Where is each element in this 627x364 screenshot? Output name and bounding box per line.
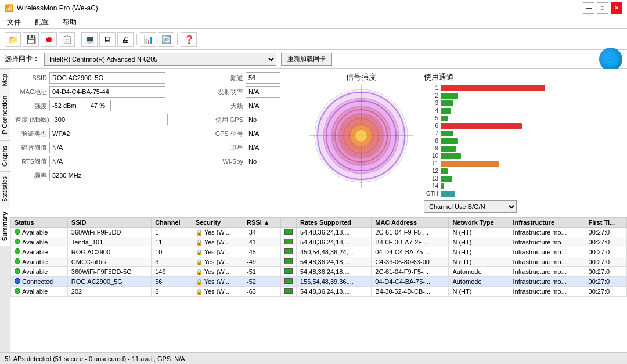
nic-selector[interactable]: Intel(R) Centrino(R) Advanced-N 6205	[44, 53, 276, 66]
th-rssi[interactable]: RSSI ▲	[243, 218, 281, 228]
menu-config[interactable]: 配置	[33, 16, 51, 28]
tab-ip-connection[interactable]: IP Connection	[0, 91, 10, 140]
tab-graphs[interactable]: Graphs	[0, 140, 10, 171]
strength-label: 强度	[15, 102, 47, 110]
table-row[interactable]: Available ROG AC2900 10 🔒 Yes (W... -45 …	[11, 247, 627, 257]
th-ssid[interactable]: SSID	[67, 218, 151, 228]
ch-row-2: 2	[424, 92, 622, 99]
tab-summary[interactable]: Summary	[0, 207, 10, 246]
td-rates: 54,48,36,24,18,...	[297, 257, 372, 267]
reload-nic-button[interactable]: 重新加载网卡	[281, 53, 332, 66]
tb-print[interactable]: 🖨	[117, 32, 134, 47]
table-row[interactable]: Connected ROG AC2900_5G 56 🔒 Yes (W... -…	[11, 277, 627, 287]
tb-monitor[interactable]: 🖥	[99, 32, 116, 47]
td-status: Connected	[11, 277, 68, 287]
tab-map[interactable]: Map	[0, 69, 10, 91]
td-ssid: 202	[67, 287, 151, 297]
txpower-row: 发射功率 N/A	[206, 86, 298, 98]
td-nettype: N (HT)	[449, 247, 509, 257]
menu-file[interactable]: 文件	[5, 16, 23, 28]
tb-computer[interactable]: 💻	[81, 32, 98, 47]
strength-dbm: -52 dBm	[49, 100, 84, 111]
th-channel[interactable]: Channel	[152, 218, 192, 228]
ch-row-4: 4	[424, 107, 622, 114]
table-row[interactable]: Available 202 6 🔒 Yes (W... -63 54,48,36…	[11, 287, 627, 297]
td-firsttime: 00:27:0	[585, 237, 626, 247]
td-nettype: N (HT)	[449, 228, 509, 237]
td-security: 🔒 Yes (W...	[192, 237, 243, 247]
statusbar: 51 APs detected (51 secure - 0 unsecured…	[0, 352, 627, 364]
td-rssi-bar	[281, 247, 297, 257]
rts-value: N/A	[49, 156, 165, 167]
th-security[interactable]: Security	[192, 218, 243, 228]
close-button[interactable]: ✕	[611, 2, 622, 14]
antenna-label: 天线	[206, 102, 243, 110]
td-ssid: 360WiFi-F9F5DD	[67, 228, 151, 237]
gps-row: 使用 GPS No	[206, 114, 298, 125]
td-ssid: 360WiFi-F9F5DD-5G	[67, 267, 151, 277]
td-nettype: N (HT)	[449, 237, 509, 247]
ch-bar-8	[441, 138, 458, 144]
tb-save[interactable]: 💾	[23, 32, 39, 47]
td-mac: 2C-61-04-F9-F5-...	[372, 228, 449, 237]
ch-bar-4	[441, 108, 451, 114]
th-infra[interactable]: Infrastructure	[509, 218, 585, 228]
td-status: Available	[11, 257, 68, 267]
radar-area: 信号强度	[303, 72, 419, 213]
td-ssid: CMCC-uRiR	[67, 257, 151, 267]
td-rssi: -34	[243, 228, 281, 237]
menu-help[interactable]: 帮助	[60, 16, 79, 28]
tb-copy[interactable]: 📋	[59, 32, 75, 47]
gpssig-value: N/A	[246, 128, 280, 139]
table-area[interactable]: Status SSID Channel Security RSSI ▲ Rate…	[10, 217, 627, 352]
th-nettype[interactable]: Network Type	[449, 218, 509, 228]
channel-type-selector[interactable]: Channel Use B/G/N Channel Use A/N Channe…	[424, 200, 517, 213]
minimize-button[interactable]: —	[583, 2, 594, 14]
table-row[interactable]: Available Tenda_101 11 🔒 Yes (W... -41 5…	[11, 237, 627, 247]
td-rssi-bar	[281, 287, 297, 297]
svg-point-13	[355, 130, 367, 142]
ch-bar-10	[441, 153, 461, 159]
mac-row: MAC地址 04-D4-C4-BA-75-44	[15, 86, 201, 98]
ch-row-3: 3	[424, 100, 622, 106]
auth-value: WPA2	[49, 128, 165, 139]
toolbar-sep-2	[136, 34, 137, 45]
th-rssi-bar	[281, 218, 297, 228]
titlebar-left: 📶 WirelessMon Pro (We-aC)	[5, 4, 98, 12]
maximize-button[interactable]: □	[597, 2, 608, 14]
tb-chart[interactable]: 📊	[140, 32, 156, 47]
ch-row-oth: OTH	[424, 190, 622, 197]
satellite-value: N/A	[246, 142, 280, 153]
ch-bar-5	[441, 116, 448, 121]
td-rssi: -41	[243, 237, 281, 247]
th-firsttime[interactable]: First Ti...	[585, 218, 626, 228]
gps-label: 使用 GPS	[206, 116, 243, 124]
table-row[interactable]: Available 360WiFi-F9F5DD-5G 149 🔒 Yes (W…	[11, 267, 627, 277]
tb-new[interactable]: 📁	[5, 32, 21, 47]
ch-bar-14	[441, 183, 444, 189]
ch-bar-1	[441, 85, 545, 91]
td-infra: Infrastructure mo...	[509, 287, 585, 297]
ch-bar-3	[441, 100, 453, 106]
tb-record[interactable]: ⏺	[41, 32, 57, 47]
ch-bar-12	[441, 168, 448, 174]
th-rates[interactable]: Rates Supported	[297, 218, 372, 228]
td-rssi-bar	[281, 257, 297, 267]
tb-refresh[interactable]: 🔄	[158, 32, 174, 47]
td-ssid: Tenda_101	[67, 237, 151, 247]
td-mac: B4-0F-3B-A7-2F-...	[372, 237, 449, 247]
ch-bar-9	[441, 146, 456, 152]
td-security: 🔒 Yes (W...	[192, 267, 243, 277]
tb-help[interactable]: ❓	[181, 32, 197, 47]
speed-row: 速度 (Mbits) 300	[15, 114, 201, 125]
td-security: 🔒 Yes (W...	[192, 277, 243, 287]
th-mac[interactable]: MAC Address	[372, 218, 449, 228]
channel-row: 频道 56	[206, 72, 298, 84]
th-status[interactable]: Status	[11, 218, 68, 228]
table-row[interactable]: Available 360WiFi-F9F5DD 1 🔒 Yes (W... -…	[11, 228, 627, 237]
td-infra: Infrastructure mo...	[509, 267, 585, 277]
tab-statistics[interactable]: Statistics	[0, 171, 10, 207]
table-row[interactable]: Available CMCC-uRiR 3 🔒 Yes (W... -49 54…	[11, 257, 627, 267]
freq-value: 5280 MHz	[49, 170, 165, 181]
radar-chart	[309, 84, 413, 188]
